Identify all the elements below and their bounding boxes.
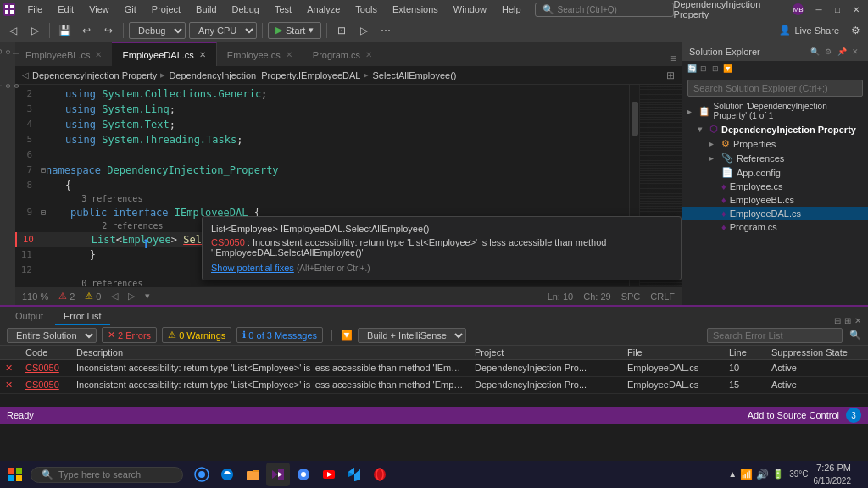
error-row-1[interactable]: ✕ CS0050 Inconsistent accessibility: ret… — [0, 360, 868, 377]
error-row-1-code[interactable]: CS0050 — [20, 360, 71, 376]
tree-employee-cs[interactable]: ▸ ♦ Employee.cs — [682, 180, 868, 193]
menu-tools[interactable]: Tools — [348, 3, 384, 16]
close-button[interactable]: ✕ — [848, 3, 865, 15]
menu-project[interactable]: Project — [145, 3, 187, 16]
se-pin-icon[interactable]: 📌 — [836, 46, 848, 58]
menu-file[interactable]: File — [20, 3, 49, 16]
notification-badge[interactable]: 3 — [846, 408, 861, 423]
error-list-search[interactable] — [707, 328, 843, 343]
live-share-area[interactable]: 👤 Live Share — [779, 25, 839, 36]
menu-extensions[interactable]: Extensions — [386, 3, 445, 16]
clock[interactable]: 7:26 PM 6/13/2022 — [814, 462, 852, 486]
menu-debug[interactable]: Debug — [225, 3, 266, 16]
col-code[interactable]: Code — [20, 346, 71, 359]
taskbar-app-opera[interactable] — [368, 463, 392, 486]
minimize-button[interactable]: ─ — [810, 3, 827, 15]
settings-button[interactable]: ⚙ — [846, 21, 865, 40]
taskbar-app-chrome[interactable] — [292, 463, 315, 486]
tree-program-cs[interactable]: ▸ ♦ Program.cs — [682, 220, 868, 234]
toolbar-redo[interactable]: ↪ — [99, 21, 118, 40]
tree-employeedal-cs[interactable]: ▸ ♦ EmployeeDAL.cs — [682, 207, 868, 220]
panel-close-icon[interactable]: ✕ — [854, 316, 861, 325]
taskbar-app-youtube[interactable] — [317, 463, 341, 486]
add-source-control[interactable]: Add to Source Control — [748, 410, 839, 420]
cpu-select[interactable]: Any CPU — [189, 22, 257, 39]
error-count-badge[interactable]: ⚠ 2 — [58, 291, 75, 302]
menu-window[interactable]: Window — [447, 3, 493, 16]
warning-count-filter[interactable]: ⚠ 0 Warnings — [162, 327, 231, 343]
tab-employee-close[interactable]: ✕ — [286, 50, 292, 59]
tray-arrow[interactable]: ▲ — [728, 469, 737, 479]
se-collapse-icon[interactable]: ⊟ — [698, 63, 709, 75]
toolbar-back[interactable]: ◁ — [3, 21, 22, 40]
start-button[interactable]: ▶ Start ▾ — [268, 22, 321, 39]
notification-center-button[interactable] — [860, 466, 865, 483]
se-search-icon[interactable]: 🔍 — [809, 46, 821, 58]
filter-icon[interactable]: 🔽 — [341, 330, 353, 341]
sidebar-toolbox-icon[interactable]: Too — [2, 80, 14, 92]
error-list-tab[interactable]: Error List — [55, 308, 110, 325]
build-filter-select[interactable]: Build + IntelliSense — [358, 328, 466, 343]
taskbar-app-cortana[interactable] — [190, 463, 214, 486]
col-project[interactable]: Project — [470, 346, 622, 359]
menu-test[interactable]: Test — [268, 3, 298, 16]
solution-explorer-search[interactable] — [687, 80, 863, 97]
taskbar-app-vs[interactable] — [266, 463, 290, 486]
maximize-button[interactable]: □ — [829, 3, 846, 15]
toolbar-more[interactable]: ⋯ — [376, 21, 395, 40]
taskbar-app-edge[interactable] — [215, 463, 239, 486]
taskbar-app-vscode[interactable] — [342, 463, 366, 486]
toolbar-save[interactable]: 💾 — [55, 21, 74, 40]
scrollbar-thumb[interactable] — [632, 102, 638, 136]
toolbar-run[interactable]: ▷ — [354, 21, 373, 40]
more-tabs-button[interactable]: ≡ — [665, 51, 682, 66]
menu-build[interactable]: Build — [189, 3, 223, 16]
split-editor-button[interactable]: ⊞ — [666, 69, 675, 81]
col-line[interactable]: Line — [724, 346, 766, 359]
error-row-2-code[interactable]: CS0050 — [20, 377, 71, 393]
se-expand-icon[interactable]: ⊞ — [709, 63, 721, 75]
taskbar-app-explorer[interactable] — [241, 463, 264, 486]
menu-view[interactable]: View — [82, 3, 116, 16]
menu-git[interactable]: Git — [118, 3, 143, 16]
tree-solution-root[interactable]: ▸ 📋 Solution 'DependencyInjection Proper… — [682, 100, 868, 122]
error-count-filter[interactable]: ✕ 2 Errors — [102, 327, 157, 343]
output-tab[interactable]: Output — [7, 308, 52, 325]
toolbar-attach[interactable]: ⊡ — [332, 21, 351, 40]
start-menu-button[interactable] — [3, 463, 27, 486]
taskbar-search[interactable]: 🔍 Type here to search — [31, 467, 183, 483]
tab-employeedal[interactable]: EmployeeDAL.cs ✕ — [112, 42, 216, 66]
col-state[interactable]: Suppression State — [766, 346, 868, 359]
col-desc[interactable]: Description — [71, 346, 470, 359]
message-count-filter[interactable]: ℹ 0 of 3 Messages — [236, 327, 323, 343]
menu-edit[interactable]: Edit — [51, 3, 81, 16]
warning-count-badge[interactable]: ⚠ 0 — [85, 291, 101, 302]
error-code-link[interactable]: CS0050 — [211, 237, 245, 247]
navigate-more[interactable]: ▾ — [145, 291, 150, 302]
toolbar-undo[interactable]: ↩ — [77, 21, 96, 40]
tab-employee[interactable]: Employee.cs ✕ — [217, 42, 303, 66]
error-scope-select[interactable]: Entire Solution — [7, 328, 97, 343]
panel-dock-icon[interactable]: ⊞ — [844, 316, 851, 325]
error-row-2[interactable]: ✕ CS0050 Inconsistent accessibility: ret… — [0, 377, 868, 394]
tree-appconfig[interactable]: ▸ 📄 App.config — [682, 165, 868, 180]
col-file[interactable]: File — [622, 346, 724, 359]
tree-properties[interactable]: ▸ ⚙ Properties — [682, 136, 868, 151]
panel-float-icon[interactable]: ⊟ — [834, 316, 841, 325]
tab-employeedal-close[interactable]: ✕ — [199, 50, 206, 59]
tree-references[interactable]: ▸ 📎 References — [682, 151, 868, 165]
tab-program-close[interactable]: ✕ — [365, 50, 372, 59]
tab-program[interactable]: Program.cs ✕ — [303, 42, 382, 66]
breadcrumb-arrow-left[interactable]: ◁ — [22, 70, 29, 80]
se-sync-icon[interactable]: 🔄 — [686, 63, 698, 75]
tab-employeebl-close[interactable]: ✕ — [95, 50, 102, 59]
menu-help[interactable]: Help — [495, 3, 528, 16]
se-filter-icon[interactable]: 🔽 — [721, 63, 733, 75]
nav-back[interactable]: ◁ — [111, 291, 118, 302]
tree-project-root[interactable]: ▾ ⬡ DependencyInjection Property — [682, 122, 868, 136]
tree-employeebl-cs[interactable]: ▸ ♦ EmployeeBL.cs — [682, 193, 868, 207]
nav-forward[interactable]: ▷ — [128, 291, 135, 302]
tab-employeebl[interactable]: EmployeeBL.cs ✕ — [15, 42, 112, 66]
debug-config-select[interactable]: Debug — [129, 22, 186, 39]
breadcrumb-root[interactable]: DependencyInjection Property — [32, 70, 157, 80]
